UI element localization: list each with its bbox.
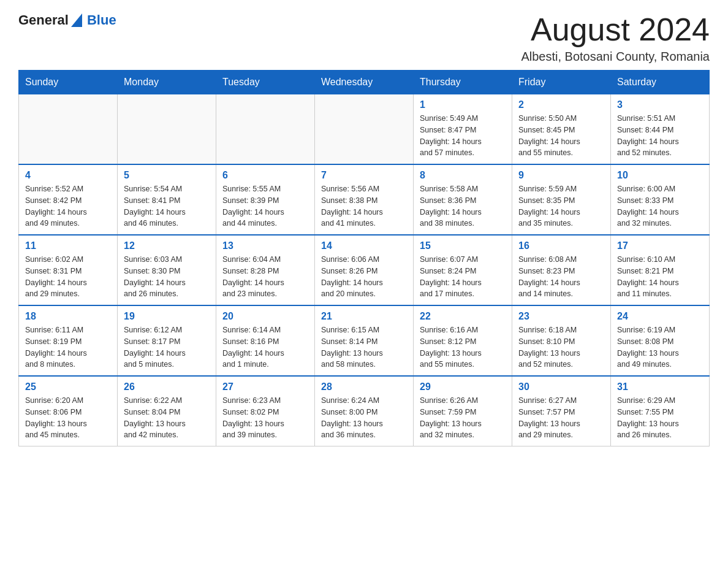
calendar-day-header: Wednesday (315, 71, 414, 94)
day-number: 24 (617, 311, 703, 322)
day-info: Sunrise: 6:24 AM Sunset: 8:00 PM Dayligh… (321, 395, 407, 441)
calendar-week-row: 25Sunrise: 6:20 AM Sunset: 8:06 PM Dayli… (19, 376, 710, 446)
calendar-cell: 16Sunrise: 6:08 AM Sunset: 8:23 PM Dayli… (512, 235, 611, 305)
day-info: Sunrise: 6:19 AM Sunset: 8:08 PM Dayligh… (617, 324, 703, 370)
day-number: 21 (321, 311, 407, 322)
day-number: 1 (420, 99, 506, 110)
day-info: Sunrise: 5:49 AM Sunset: 8:47 PM Dayligh… (420, 113, 506, 159)
calendar-cell: 13Sunrise: 6:04 AM Sunset: 8:28 PM Dayli… (216, 235, 315, 305)
day-number: 18 (25, 311, 111, 322)
day-number: 6 (222, 170, 308, 181)
calendar-cell: 10Sunrise: 6:00 AM Sunset: 8:33 PM Dayli… (611, 164, 710, 235)
calendar-cell: 14Sunrise: 6:06 AM Sunset: 8:26 PM Dayli… (315, 235, 414, 305)
title-block: August 2024 Albesti, Botosani County, Ro… (521, 12, 710, 64)
day-number: 28 (321, 381, 407, 393)
calendar-cell: 6Sunrise: 5:55 AM Sunset: 8:39 PM Daylig… (216, 164, 315, 235)
day-info: Sunrise: 5:50 AM Sunset: 8:45 PM Dayligh… (518, 113, 604, 159)
day-info: Sunrise: 5:51 AM Sunset: 8:44 PM Dayligh… (617, 113, 703, 159)
day-info: Sunrise: 5:56 AM Sunset: 8:38 PM Dayligh… (321, 183, 407, 229)
day-number: 19 (124, 311, 210, 322)
logo: General Blue (18, 12, 116, 28)
day-info: Sunrise: 6:02 AM Sunset: 8:31 PM Dayligh… (25, 254, 111, 300)
calendar-header-row: SundayMondayTuesdayWednesdayThursdayFrid… (19, 71, 710, 94)
logo-general: General (18, 12, 69, 28)
day-number: 10 (617, 170, 703, 181)
day-info: Sunrise: 5:55 AM Sunset: 8:39 PM Dayligh… (222, 183, 308, 229)
day-info: Sunrise: 6:23 AM Sunset: 8:02 PM Dayligh… (222, 395, 308, 441)
calendar-cell: 19Sunrise: 6:12 AM Sunset: 8:17 PM Dayli… (118, 305, 216, 376)
calendar-cell: 11Sunrise: 6:02 AM Sunset: 8:31 PM Dayli… (19, 235, 118, 305)
day-info: Sunrise: 6:14 AM Sunset: 8:16 PM Dayligh… (222, 324, 308, 370)
day-number: 17 (617, 240, 703, 251)
day-number: 23 (518, 311, 604, 322)
calendar-day-header: Saturday (611, 71, 710, 94)
page-header: General Blue August 2024 Albesti, Botosa… (18, 12, 710, 64)
calendar-cell: 30Sunrise: 6:27 AM Sunset: 7:57 PM Dayli… (512, 376, 611, 446)
calendar-cell: 7Sunrise: 5:56 AM Sunset: 8:38 PM Daylig… (315, 164, 414, 235)
day-number: 4 (25, 170, 111, 181)
calendar-day-header: Sunday (19, 71, 118, 94)
calendar-cell: 21Sunrise: 6:15 AM Sunset: 8:14 PM Dayli… (315, 305, 414, 376)
day-number: 3 (617, 99, 703, 110)
calendar-cell (118, 94, 216, 165)
day-number: 29 (420, 381, 506, 393)
calendar-week-row: 18Sunrise: 6:11 AM Sunset: 8:19 PM Dayli… (19, 305, 710, 376)
location: Albesti, Botosani County, Romania (521, 50, 710, 64)
day-info: Sunrise: 6:10 AM Sunset: 8:21 PM Dayligh… (617, 254, 703, 300)
calendar-cell (315, 94, 414, 165)
calendar-cell: 20Sunrise: 6:14 AM Sunset: 8:16 PM Dayli… (216, 305, 315, 376)
day-number: 20 (222, 311, 308, 322)
calendar-cell: 25Sunrise: 6:20 AM Sunset: 8:06 PM Dayli… (19, 376, 118, 446)
day-info: Sunrise: 6:03 AM Sunset: 8:30 PM Dayligh… (124, 254, 210, 300)
calendar-week-row: 4Sunrise: 5:52 AM Sunset: 8:42 PM Daylig… (19, 164, 710, 235)
day-info: Sunrise: 6:07 AM Sunset: 8:24 PM Dayligh… (420, 254, 506, 300)
calendar-cell: 22Sunrise: 6:16 AM Sunset: 8:12 PM Dayli… (414, 305, 512, 376)
day-info: Sunrise: 6:20 AM Sunset: 8:06 PM Dayligh… (25, 395, 111, 441)
day-info: Sunrise: 5:54 AM Sunset: 8:41 PM Dayligh… (124, 183, 210, 229)
day-number: 26 (124, 381, 210, 393)
day-info: Sunrise: 6:08 AM Sunset: 8:23 PM Dayligh… (518, 254, 604, 300)
calendar-day-header: Tuesday (216, 71, 315, 94)
logo-triangle-icon (71, 13, 82, 27)
day-info: Sunrise: 6:12 AM Sunset: 8:17 PM Dayligh… (124, 324, 210, 370)
calendar-table: SundayMondayTuesdayWednesdayThursdayFrid… (18, 70, 710, 446)
logo-blue: Blue (87, 12, 116, 28)
day-number: 12 (124, 240, 210, 251)
day-number: 25 (25, 381, 111, 393)
day-number: 2 (518, 99, 604, 110)
day-info: Sunrise: 6:06 AM Sunset: 8:26 PM Dayligh… (321, 254, 407, 300)
calendar-cell: 3Sunrise: 5:51 AM Sunset: 8:44 PM Daylig… (611, 94, 710, 165)
calendar-cell: 2Sunrise: 5:50 AM Sunset: 8:45 PM Daylig… (512, 94, 611, 165)
day-number: 22 (420, 311, 506, 322)
day-number: 9 (518, 170, 604, 181)
calendar-cell: 23Sunrise: 6:18 AM Sunset: 8:10 PM Dayli… (512, 305, 611, 376)
calendar-cell: 12Sunrise: 6:03 AM Sunset: 8:30 PM Dayli… (118, 235, 216, 305)
day-info: Sunrise: 6:27 AM Sunset: 7:57 PM Dayligh… (518, 395, 604, 441)
day-info: Sunrise: 6:00 AM Sunset: 8:33 PM Dayligh… (617, 183, 703, 229)
day-info: Sunrise: 5:52 AM Sunset: 8:42 PM Dayligh… (25, 183, 111, 229)
calendar-cell (216, 94, 315, 165)
day-info: Sunrise: 6:22 AM Sunset: 8:04 PM Dayligh… (124, 395, 210, 441)
calendar-cell: 1Sunrise: 5:49 AM Sunset: 8:47 PM Daylig… (414, 94, 512, 165)
calendar-cell: 17Sunrise: 6:10 AM Sunset: 8:21 PM Dayli… (611, 235, 710, 305)
day-info: Sunrise: 6:15 AM Sunset: 8:14 PM Dayligh… (321, 324, 407, 370)
calendar-cell: 27Sunrise: 6:23 AM Sunset: 8:02 PM Dayli… (216, 376, 315, 446)
calendar-cell: 15Sunrise: 6:07 AM Sunset: 8:24 PM Dayli… (414, 235, 512, 305)
calendar-cell: 8Sunrise: 5:58 AM Sunset: 8:36 PM Daylig… (414, 164, 512, 235)
calendar-week-row: 11Sunrise: 6:02 AM Sunset: 8:31 PM Dayli… (19, 235, 710, 305)
day-number: 7 (321, 170, 407, 181)
day-info: Sunrise: 5:59 AM Sunset: 8:35 PM Dayligh… (518, 183, 604, 229)
day-number: 15 (420, 240, 506, 251)
day-number: 30 (518, 381, 604, 393)
day-info: Sunrise: 6:16 AM Sunset: 8:12 PM Dayligh… (420, 324, 506, 370)
day-number: 11 (25, 240, 111, 251)
day-number: 27 (222, 381, 308, 393)
calendar-day-header: Thursday (414, 71, 512, 94)
day-number: 8 (420, 170, 506, 181)
day-info: Sunrise: 6:04 AM Sunset: 8:28 PM Dayligh… (222, 254, 308, 300)
calendar-cell: 28Sunrise: 6:24 AM Sunset: 8:00 PM Dayli… (315, 376, 414, 446)
calendar-cell: 4Sunrise: 5:52 AM Sunset: 8:42 PM Daylig… (19, 164, 118, 235)
day-info: Sunrise: 6:18 AM Sunset: 8:10 PM Dayligh… (518, 324, 604, 370)
day-number: 14 (321, 240, 407, 251)
day-info: Sunrise: 6:26 AM Sunset: 7:59 PM Dayligh… (420, 395, 506, 441)
